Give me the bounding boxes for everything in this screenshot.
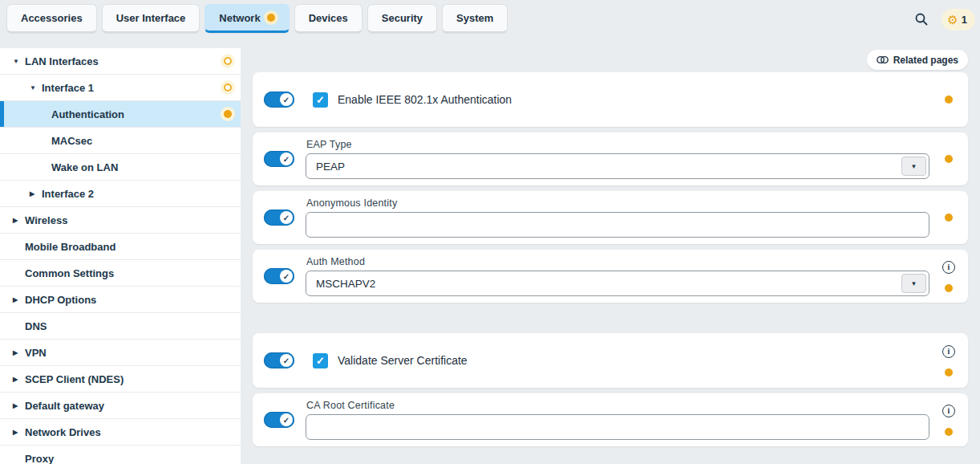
sidebar-item-common-settings[interactable]: Common Settings [0,260,241,287]
settings-panel: Related pages Enable IEEE 802.1x Authent… [253,48,968,464]
sidebar-item-label: MACsec [51,135,92,147]
info-icon[interactable] [942,261,955,274]
sidebar-item-interface-2[interactable]: Interface 2 [0,181,241,207]
selected-value: MSCHAPV2 [316,278,375,290]
chevron-down-icon[interactable] [13,58,25,65]
toggle-column [253,393,306,446]
card-eap-type: EAP Type PEAP [253,132,968,185]
dropdown-arrow-icon[interactable] [901,274,926,293]
sidebar-item-wireless[interactable]: Wireless [0,207,241,234]
toggle-knob-check-icon [280,211,293,224]
tab-network[interactable]: Network [205,4,289,33]
toggle-knob-check-icon [280,153,293,165]
link-icon [877,55,889,64]
top-tab-bar: Accessories User Interface Network Devic… [0,0,980,37]
chevron-right-icon[interactable] [30,190,42,197]
search-icon[interactable] [913,10,930,28]
pending-changes-badge[interactable]: ⚙ 1 [942,9,975,31]
validate-server-certificate-toggle[interactable] [264,352,294,368]
sidebar-item-label: DNS [25,320,47,332]
chevron-right-icon[interactable] [13,376,25,383]
card-content: CA Root Certificate [306,393,929,446]
sidebar-item-label: Interface 2 [42,188,94,200]
modified-dot [945,214,953,222]
card-content: Validate Server Certificate [306,333,929,388]
ca-root-certificate-input[interactable] [306,414,929,440]
sidebar-item-interface-1[interactable]: Interface 1 [0,75,241,101]
ca-root-certificate-toggle[interactable] [264,412,294,428]
card-status-column [929,250,968,303]
sidebar-item-label: Default gateway [25,400,104,412]
validate-server-certificate-checkbox[interactable] [313,353,328,368]
sidebar-item-lan-interfaces[interactable]: LAN Interfaces [0,48,241,75]
sidebar-item-dhcp-options[interactable]: DHCP Options [0,287,241,313]
toggle-column [253,72,306,127]
tab-security[interactable]: Security [367,4,437,33]
related-pages-button[interactable]: Related pages [867,50,968,70]
toggle-column [253,191,306,244]
toggle-column [253,250,306,303]
sidebar-item-vpn[interactable]: VPN [0,340,241,366]
tab-system[interactable]: System [442,4,508,33]
sidebar-item-dns[interactable]: DNS [0,313,241,340]
tab-accessories[interactable]: Accessories [6,4,97,33]
eap-type-select[interactable]: PEAP [306,153,929,179]
field-label: Anonymous Identity [306,197,929,209]
info-icon[interactable] [942,405,955,417]
anonymous-identity-input[interactable] [306,212,929,238]
enable-8021x-checkbox[interactable] [313,92,328,108]
field-label: EAP Type [306,139,929,150]
tab-label: Accessories [21,12,83,24]
toggle-column [253,333,306,388]
card-status-column [929,333,968,388]
sidebar-item-label: Wireless [25,214,67,226]
sidebar-item-label: Network Drives [25,426,101,438]
chevron-right-icon[interactable] [13,429,25,436]
sidebar-item-default-gateway[interactable]: Default gateway [0,393,241,419]
card-auth-method: Auth Method MSCHAPV2 [253,250,968,303]
settings-tree-sidebar: LAN Interfaces Interface 1 Authenticatio… [0,48,241,464]
chevron-right-icon[interactable] [13,349,25,356]
sidebar-item-proxy[interactable]: Proxy [0,446,241,464]
sidebar-item-scep-client-ndes[interactable]: SCEP Client (NDES) [0,366,241,393]
sidebar-item-wake-on-lan[interactable]: Wake on LAN [0,154,241,181]
eap-type-toggle[interactable] [264,151,294,167]
auth-method-toggle[interactable] [264,268,294,284]
field-label: CA Root Certificate [306,400,929,411]
info-icon[interactable] [942,345,955,358]
card-content: Anonymous Identity [306,191,929,244]
card-content: Enable IEEE 802.1x Authentication [306,72,929,127]
field-label: Auth Method [306,256,929,267]
chevron-right-icon[interactable] [13,296,25,303]
chevron-down-icon[interactable] [30,84,42,92]
sidebar-item-mobile-broadband[interactable]: Mobile Broadband [0,234,241,260]
card-content: EAP Type PEAP [306,132,929,185]
modified-dot [945,284,953,292]
sidebar-item-label: Authentication [51,108,124,120]
dropdown-arrow-icon[interactable] [901,157,926,176]
checkbox-label: Validate Server Certificate [338,354,468,367]
toggle-knob-check-icon [280,354,293,367]
auth-method-select[interactable]: MSCHAPV2 [306,271,929,296]
anonymous-identity-toggle[interactable] [264,210,294,226]
sidebar-item-network-drives[interactable]: Network Drives [0,419,241,446]
chevron-right-icon[interactable] [13,217,25,224]
sidebar-item-macsec[interactable]: MACsec [0,128,241,154]
toggle-column [253,132,306,185]
sidebar-item-authentication[interactable]: Authentication [0,101,241,128]
tab-label: Security [382,12,423,24]
enable-8021x-toggle[interactable] [264,92,294,108]
related-pages-label: Related pages [893,55,958,66]
tab-devices[interactable]: Devices [294,4,362,33]
chevron-right-icon[interactable] [13,402,25,409]
card-status-column [929,72,968,127]
card-content: Auth Method MSCHAPV2 [306,250,929,303]
tab-user-interface[interactable]: User Interface [102,4,200,33]
toggle-knob-check-icon [280,270,293,283]
sidebar-item-label: Wake on LAN [51,161,118,173]
checkbox-label: Enable IEEE 802.1x Authentication [338,93,512,106]
card-enable-8021x: Enable IEEE 802.1x Authentication [253,72,968,127]
sidebar-item-label: Common Settings [25,267,114,279]
sidebar-item-label: LAN Interfaces [25,55,99,67]
sidebar-item-label: Mobile Broadband [25,241,115,253]
